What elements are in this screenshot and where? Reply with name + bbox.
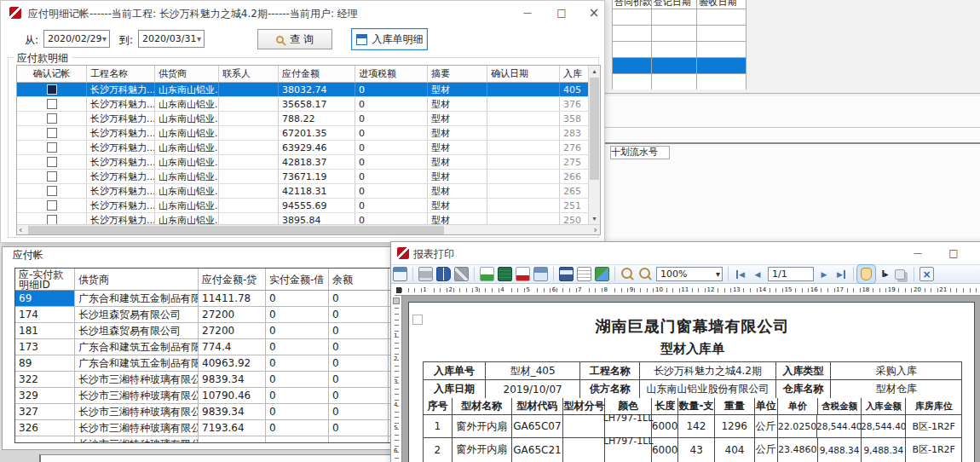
confirm-checkbox[interactable] <box>47 157 57 167</box>
scrollbar-thumb[interactable] <box>590 78 599 180</box>
maximize-button[interactable] <box>942 244 966 262</box>
table-row[interactable]: 长沙万科魅力... 山东南山铝业... 35658.17 0 型材 376 <box>17 97 588 112</box>
zoom-in-icon[interactable] <box>620 267 635 281</box>
scrollbar-thumb[interactable] <box>28 226 444 234</box>
table-row[interactable]: 174 长沙坦森贸易有限公司 27200 0 0 <box>15 307 390 323</box>
column-header[interactable]: 联系人 <box>219 66 279 82</box>
empty-row[interactable] <box>613 25 746 41</box>
column-header[interactable]: 登记日期 <box>652 0 698 9</box>
column-header[interactable]: 验收日期 <box>697 0 746 9</box>
print-icon[interactable] <box>418 267 433 281</box>
previous-page-button[interactable] <box>751 267 764 281</box>
close-button[interactable] <box>974 244 980 262</box>
ruler-number: 5 <box>526 286 531 293</box>
next-page-button[interactable] <box>817 267 831 281</box>
title-bar[interactable]: 应付明细记帐------当前工程: 长沙万科魅力之城4.2期------当前用户… <box>1 1 604 25</box>
empty-row[interactable] <box>613 41 746 57</box>
table-row[interactable]: 329 长沙市三湘特种玻璃有限公司 10790.46 0 0 <box>15 388 390 404</box>
close-button[interactable] <box>582 3 606 21</box>
last-page-button[interactable] <box>834 267 848 281</box>
query-button[interactable]: 查 询 <box>257 29 332 49</box>
column-header[interactable]: 余额 <box>329 269 389 290</box>
column-header[interactable]: 应-实付款明细ID <box>15 269 75 290</box>
horizontal-scrollbar[interactable] <box>17 224 600 235</box>
text-select-tool-icon[interactable] <box>877 267 891 281</box>
table-row[interactable]: 326 长沙市三湘特种玻璃有限公司 7193.64 0 0 <box>15 420 390 436</box>
page-number-input[interactable]: 1/1 <box>768 267 814 281</box>
minimize-button[interactable] <box>906 244 930 262</box>
empty-row[interactable] <box>613 73 746 90</box>
confirm-checkbox[interactable] <box>47 171 57 182</box>
table-row[interactable]: 69 广东合和建筑五金制品有限公司 11411.78 0 0 <box>15 291 390 307</box>
confirm-checkbox[interactable] <box>47 84 57 95</box>
app-icon <box>9 7 21 19</box>
column-header[interactable]: 确认记帐 <box>17 66 87 82</box>
export-image-icon[interactable] <box>480 267 494 281</box>
maximize-button[interactable] <box>550 3 574 21</box>
table-row[interactable]: 长沙万科魅力... 山东南山铝业... 3895.84 0 型材 250 <box>17 213 588 224</box>
table-row[interactable]: 181 长沙坦森贸易有限公司 27200 0 0 <box>15 323 390 339</box>
table-row[interactable]: 长沙万科魅力... 山东南山铝业... 73671.19 0 型材 266 <box>17 170 588 184</box>
zoom-level-combobox[interactable]: 100% <box>656 267 723 281</box>
table-row[interactable]: 长沙万科魅力... 山东南山铝业... 38032.74 0 型材 405 <box>17 83 588 97</box>
export-excel-icon[interactable] <box>498 267 512 281</box>
page-setup-icon[interactable] <box>436 267 451 281</box>
inbound-button-label: 入库单明细 <box>372 32 424 47</box>
minimize-button[interactable] <box>516 3 539 21</box>
column-header[interactable]: 应付金额 <box>279 66 355 82</box>
confirm-checkbox[interactable] <box>47 200 57 211</box>
confirm-checkbox[interactable] <box>47 128 57 138</box>
table-row[interactable]: 长沙万科魅力... 山东南山铝业... 63929.46 0 型材 276 <box>17 141 588 155</box>
column-header[interactable]: 实付金额-借 <box>266 269 329 290</box>
table-row[interactable]: 长沙市三湘特种玻璃有限公司 <box>15 436 390 443</box>
copy-pages-icon[interactable] <box>895 269 905 280</box>
inbound-cell: 276 <box>560 141 588 154</box>
column-header[interactable]: 应付金额-贷 <box>199 269 266 290</box>
print-preview-area[interactable]: 湖南巨晟门窗幕墙有限公司 型材入库单 入库单号 型材_405 工程名称 长沙万科… <box>402 296 980 462</box>
confirm-checkbox[interactable] <box>47 113 57 124</box>
empty-row-selected[interactable] <box>613 57 746 73</box>
column-header[interactable]: 进项税额 <box>355 66 428 82</box>
hand-tool-icon[interactable] <box>859 267 873 281</box>
column-header[interactable]: 确认日期 <box>487 66 560 82</box>
column-header[interactable]: 入库 <box>560 66 588 82</box>
column-header[interactable]: 合同价款 <box>613 0 652 9</box>
table-row[interactable]: 173 广东合和建筑五金制品有限公司 774.4 0 0 <box>15 339 390 355</box>
contact-cell <box>219 141 279 154</box>
title-bar[interactable]: 报表打印 <box>391 242 980 264</box>
open-document-icon[interactable] <box>577 267 591 281</box>
first-page-button[interactable] <box>734 267 747 281</box>
table-row[interactable]: 327 长沙市三湘特种玻璃有限公司 9839.34 0 0 <box>15 404 390 420</box>
table-row[interactable]: 长沙万科魅力... 山东南山铝业... 42118.31 0 型材 265 <box>17 184 588 199</box>
export-html-icon[interactable] <box>595 267 609 281</box>
from-date-combobox[interactable]: 2020/02/29 <box>43 30 110 48</box>
table-row[interactable]: 长沙万科魅力... 山东南山铝业... 42818.37 0 型材 275 <box>17 155 588 170</box>
table-row[interactable]: 89 广东合和建筑五金制品有限公司 40963.92 0 0 <box>15 355 390 372</box>
confirm-checkbox[interactable] <box>47 142 57 153</box>
save-icon[interactable] <box>559 267 574 281</box>
confirm-checkbox[interactable] <box>47 99 57 109</box>
confirm-checkbox[interactable] <box>47 186 57 196</box>
close-preview-icon[interactable] <box>919 267 934 281</box>
vertical-scrollbar[interactable] <box>588 66 600 224</box>
to-date-combobox[interactable]: 2020/03/31 <box>138 30 205 48</box>
send-mail-icon[interactable] <box>533 267 548 281</box>
table-row[interactable]: 长沙万科魅力... 山东南山铝业... 788.22 0 型材 358 <box>17 112 588 126</box>
window-icon[interactable] <box>393 267 407 281</box>
column-header[interactable]: 工程名称 <box>87 66 155 82</box>
zoom-out-icon[interactable] <box>638 267 653 281</box>
confirm-checkbox[interactable] <box>47 215 57 224</box>
empty-row[interactable] <box>613 9 746 25</box>
column-header[interactable]: 供货商 <box>155 66 219 82</box>
column-header[interactable]: 供货商 <box>75 269 199 290</box>
table-row[interactable]: 长沙万科魅力... 山东南山铝业... 94555.69 0 型材 251 <box>17 199 588 213</box>
credit-cell: 7193.64 <box>199 420 266 436</box>
inbound-detail-button[interactable]: 入库单明细 <box>351 28 428 50</box>
inbound-cell: 376 <box>560 97 588 111</box>
table-row[interactable]: 长沙万科魅力... 山东南山铝业... 67201.35 0 型材 283 <box>17 126 588 141</box>
export-pdf-icon[interactable] <box>516 267 530 281</box>
contact-cell <box>219 112 279 125</box>
design-tools-icon[interactable] <box>454 267 469 281</box>
column-header[interactable]: 摘要 <box>428 66 487 82</box>
table-row[interactable]: 322 长沙市三湘特种玻璃有限公司 9839.34 0 0 <box>15 372 390 388</box>
